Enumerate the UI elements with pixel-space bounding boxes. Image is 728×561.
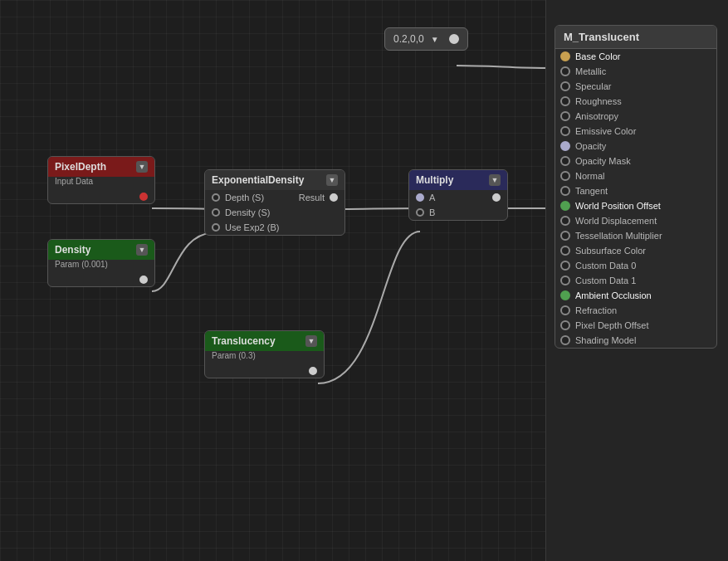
pin-roughness-circle — [560, 96, 570, 106]
pin-opacity-circle — [560, 141, 570, 151]
pin-metallic-label: Metallic — [575, 66, 606, 76]
density-subtitle: Param (0.001) — [48, 260, 154, 273]
pin-subsurface-label: Subsurface Color — [575, 246, 646, 256]
pin-custom-data-0[interactable]: Custom Data 0 — [555, 258, 716, 273]
pin-emissive-circle — [560, 126, 570, 136]
exp-useexp2-input-row: Use Exp2 (B) — [205, 220, 344, 235]
density-expand[interactable]: ▼ — [136, 244, 148, 256]
density-output-row — [48, 273, 154, 286]
pin-metallic-circle — [560, 66, 570, 76]
translucency-title: Translucency — [212, 335, 276, 347]
pixel-depth-output-row — [48, 190, 154, 203]
density-node[interactable]: Density ▼ Param (0.001) — [47, 239, 155, 287]
translucency-subtitle: Param (0.3) — [205, 351, 324, 364]
pin-emissive-label: Emissive Color — [575, 126, 636, 136]
value-node[interactable]: 0.2,0,0 ▼ — [384, 27, 468, 51]
pin-wpo-label: World Position Offset — [575, 201, 661, 211]
pin-normal-circle — [560, 171, 570, 181]
multiply-title: Multiply — [416, 174, 453, 186]
pin-anisotropy[interactable]: Anisotropy — [555, 109, 716, 124]
multiply-b-label: B — [429, 207, 435, 217]
pin-tessellation[interactable]: Tessellation Multiplier — [555, 228, 716, 243]
value-node-output-pin[interactable] — [449, 34, 459, 44]
pin-custom-data-1[interactable]: Custom Data 1 — [555, 273, 716, 288]
multiply-a-row: A — [416, 193, 435, 202]
pin-base-color-label: Base Color — [575, 51, 620, 61]
multiply-header: Multiply ▼ — [409, 170, 507, 190]
pin-opacity-mask[interactable]: Opacity Mask — [555, 154, 716, 168]
multiply-b-row: B — [409, 205, 507, 220]
density-header: Density ▼ — [48, 240, 154, 260]
pin-refraction-circle — [560, 305, 570, 315]
pixel-depth-expand[interactable]: ▼ — [136, 161, 148, 173]
density-title: Density — [55, 244, 90, 256]
pin-metallic[interactable]: Metallic — [555, 64, 716, 79]
exp-depth-input-row: Depth (S) — [212, 193, 264, 202]
pin-wpo[interactable]: World Position Offset — [555, 198, 716, 213]
pin-pixel-depth-offset-label: Pixel Depth Offset — [575, 320, 648, 330]
pin-specular[interactable]: Specular — [555, 79, 716, 94]
pin-tessellation-circle — [560, 231, 570, 241]
pin-world-displacement-label: World Displacement — [575, 216, 657, 226]
pin-wpo-circle — [560, 201, 570, 211]
exponential-density-node[interactable]: ExponentialDensity ▼ Depth (S) Result De… — [204, 169, 345, 236]
pin-roughness[interactable]: Roughness — [555, 94, 716, 109]
pin-tessellation-label: Tessellation Multiplier — [575, 231, 662, 241]
pin-world-displacement[interactable]: World Displacement — [555, 213, 716, 228]
pin-opacity-mask-circle — [560, 156, 570, 166]
pin-normal[interactable]: Normal — [555, 168, 716, 183]
pin-subsurface-circle — [560, 246, 570, 256]
translucency-node[interactable]: Translucency ▼ Param (0.3) — [204, 330, 325, 378]
multiply-expand[interactable]: ▼ — [489, 174, 501, 186]
pin-opacity[interactable]: Opacity — [555, 139, 716, 154]
pin-pixel-depth-offset[interactable]: Pixel Depth Offset — [555, 318, 716, 333]
material-node: M_Translucent Base Color Metallic Specul… — [555, 25, 717, 349]
pin-custom-data-0-circle — [560, 261, 570, 271]
pin-shading-model-label: Shading Model — [575, 335, 636, 345]
multiply-a-label: A — [429, 193, 435, 202]
pin-base-color-circle — [560, 51, 570, 61]
pin-ao[interactable]: Ambient Occlusion — [555, 288, 716, 303]
pin-tangent-circle — [560, 186, 570, 196]
multiply-b-pin[interactable] — [416, 208, 424, 217]
pixel-depth-node[interactable]: PixelDepth ▼ Input Data — [47, 156, 155, 204]
exp-result-output-row: Result — [299, 193, 338, 202]
material-node-header: M_Translucent — [555, 26, 716, 49]
pin-shading-model-circle — [560, 335, 570, 345]
pin-subsurface[interactable]: Subsurface Color — [555, 243, 716, 258]
pin-ao-circle — [560, 290, 570, 300]
pin-refraction[interactable]: Refraction — [555, 303, 716, 318]
exp-useexp2-label: Use Exp2 (B) — [225, 222, 279, 232]
pin-anisotropy-label: Anisotropy — [575, 111, 618, 121]
multiply-a-pin[interactable] — [416, 193, 424, 202]
pin-pixel-depth-offset-circle — [560, 320, 570, 330]
pixel-depth-output-pin[interactable] — [139, 193, 148, 201]
value-node-label: 0.2,0,0 — [393, 33, 424, 45]
multiply-output-pin[interactable] — [492, 193, 501, 202]
pin-custom-data-0-label: Custom Data 0 — [575, 261, 636, 271]
pin-refraction-label: Refraction — [575, 305, 617, 315]
translucency-output-row — [205, 364, 324, 378]
pin-emissive-color[interactable]: Emissive Color — [555, 124, 716, 139]
multiply-node[interactable]: Multiply ▼ A B — [408, 169, 508, 221]
exp-density-header: ExponentialDensity ▼ — [205, 170, 344, 190]
exp-density-expand[interactable]: ▼ — [326, 174, 338, 186]
exp-useexp2-pin[interactable] — [212, 223, 220, 232]
pin-base-color[interactable]: Base Color — [555, 49, 716, 64]
material-node-title: M_Translucent — [564, 31, 639, 43]
density-output-pin[interactable] — [139, 276, 148, 284]
exp-depth-label: Depth (S) — [225, 193, 264, 202]
exp-density-input-pin[interactable] — [212, 208, 220, 217]
pin-anisotropy-circle — [560, 111, 570, 121]
pin-ao-label: Ambient Occlusion — [575, 290, 652, 300]
exp-depth-input-pin[interactable] — [212, 193, 220, 202]
exp-density-label: Density (S) — [225, 207, 270, 217]
translucency-expand[interactable]: ▼ — [305, 335, 317, 347]
translucency-output-pin[interactable] — [309, 367, 317, 375]
pin-tangent-label: Tangent — [575, 186, 608, 196]
expand-icon[interactable]: ▼ — [431, 35, 439, 44]
exp-result-pin[interactable] — [330, 193, 338, 202]
right-panel: M_Translucent Base Color Metallic Specul… — [545, 0, 728, 561]
pin-tangent[interactable]: Tangent — [555, 183, 716, 198]
pin-shading-model[interactable]: Shading Model — [555, 333, 716, 348]
